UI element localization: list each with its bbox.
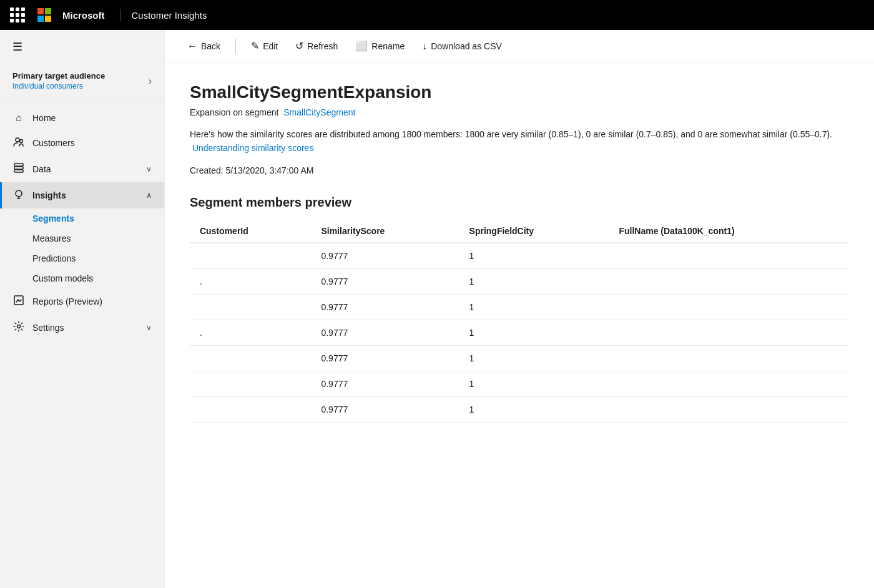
col-customer-id: CustomerId (190, 220, 311, 243)
measures-label: Measures (32, 233, 71, 243)
members-table: CustomerId SimilarityScore SpringFieldCi… (190, 220, 849, 423)
svg-rect-4 (14, 170, 23, 172)
table-row: 0.97771 (190, 294, 849, 320)
app-name: Customer Insights (132, 10, 207, 21)
cell-fullname (609, 294, 849, 320)
cell-city: 1 (459, 345, 609, 371)
sidebar-item-home[interactable]: ⌂ Home (0, 106, 164, 130)
table-row: 0.97771 (190, 345, 849, 371)
toolbar-divider-1 (235, 39, 236, 54)
cell-similarity: 0.9777 (311, 243, 459, 269)
sidebar-item-customers[interactable]: Customers (0, 130, 164, 156)
table-row: 0.97771 (190, 396, 849, 422)
cell-city: 1 (459, 320, 609, 345)
cell-fullname (609, 371, 849, 396)
svg-point-7 (17, 325, 21, 328)
table-row: .0.97771 (190, 268, 849, 294)
cell-similarity: 0.9777 (311, 396, 459, 422)
col-similarity-score: SimilarityScore (311, 220, 459, 243)
settings-icon (12, 321, 25, 335)
rename-icon: ⬜ (355, 40, 368, 52)
audience-chevron-icon: › (149, 76, 152, 87)
reports-icon (12, 295, 25, 308)
cell-fullname (609, 268, 849, 294)
rename-label: Rename (371, 41, 405, 51)
cell-fullname (609, 320, 849, 345)
table-section-title: Segment members preview (190, 195, 849, 210)
topbar-divider (120, 9, 120, 21)
sidebar-item-reports[interactable]: Reports (Preview) (0, 288, 164, 315)
col-fullname: FullName (Data100K_cont1) (609, 220, 849, 243)
sidebar-data-label: Data (32, 164, 139, 174)
main-content: SmallCitySegmentExpansion Expansion on s… (165, 62, 874, 588)
customers-icon (12, 136, 25, 150)
cell-fullname (609, 243, 849, 269)
microsoft-brand: Microsoft (62, 10, 105, 21)
cell-fullname (609, 396, 849, 422)
created-date: Created: 5/13/2020, 3:47:00 AM (190, 165, 849, 175)
cell-city: 1 (459, 294, 609, 320)
download-button[interactable]: ↓ Download as CSV (415, 37, 509, 56)
audience-selector[interactable]: Primary target audience Individual consu… (0, 64, 164, 101)
expansion-subtitle-prefix: Expansion on segment (190, 107, 278, 117)
cell-customer_id (190, 371, 311, 396)
back-icon: ← (187, 41, 197, 52)
audience-label: Primary target audience (12, 71, 105, 81)
hamburger-icon: ☰ (12, 41, 22, 53)
topbar: Microsoft Customer Insights (0, 0, 874, 30)
cell-similarity: 0.9777 (311, 294, 459, 320)
svg-point-1 (20, 140, 23, 143)
cell-city: 1 (459, 371, 609, 396)
refresh-button[interactable]: ↺ Refresh (288, 36, 345, 56)
refresh-icon: ↺ (295, 40, 303, 52)
back-button[interactable]: ← Back (180, 37, 228, 56)
sidebar-item-data[interactable]: Data ∨ (0, 156, 164, 182)
svg-point-5 (16, 190, 22, 197)
cell-customer_id (190, 294, 311, 320)
data-chevron-icon: ∨ (146, 165, 152, 174)
expansion-segment-link[interactable]: SmallCitySegment (283, 107, 355, 117)
segments-label: Segments (32, 213, 74, 223)
audience-sub: Individual consumers (12, 82, 105, 91)
cell-similarity: 0.9777 (311, 320, 459, 345)
insights-chevron-icon: ∧ (146, 191, 152, 200)
sidebar-insights-label: Insights (32, 190, 139, 200)
cell-city: 1 (459, 396, 609, 422)
cell-customer_id (190, 345, 311, 371)
sidebar-item-segments[interactable]: Segments (0, 208, 164, 228)
home-icon: ⌂ (12, 112, 25, 124)
sidebar-nav: ⌂ Home Customers (0, 101, 164, 588)
page-title: SmallCitySegmentExpansion (190, 82, 849, 102)
rename-button[interactable]: ⬜ Rename (348, 36, 412, 56)
settings-chevron-icon: ∨ (146, 323, 152, 332)
sidebar-reports-label: Reports (Preview) (32, 296, 152, 306)
cell-fullname (609, 345, 849, 371)
content-area: ← Back ✎ Edit ↺ Refresh ⬜ Rename ↓ Downl… (165, 30, 874, 588)
sidebar-home-label: Home (32, 113, 152, 123)
sidebar-item-predictions[interactable]: Predictions (0, 248, 164, 268)
sidebar-item-insights[interactable]: Insights ∧ (0, 182, 164, 208)
download-icon: ↓ (422, 41, 427, 52)
cell-customer_id: . (190, 320, 311, 345)
edit-label: Edit (263, 41, 278, 51)
microsoft-logo (37, 8, 51, 22)
custom-models-label: Custom models (32, 273, 93, 283)
sidebar-customers-label: Customers (32, 138, 152, 148)
similarity-description: Here's how the similarity scores are dis… (190, 127, 849, 155)
back-label: Back (201, 41, 220, 51)
col-springfield-city: SpringFieldCity (459, 220, 609, 243)
sidebar-item-settings[interactable]: Settings ∨ (0, 315, 164, 341)
edit-button[interactable]: ✎ Edit (243, 36, 285, 56)
hamburger-button[interactable]: ☰ (0, 30, 164, 64)
sidebar-item-custom-models[interactable]: Custom models (0, 268, 164, 288)
table-row: .0.97771 (190, 320, 849, 345)
data-icon (12, 162, 25, 176)
cell-customer_id: . (190, 268, 311, 294)
edit-icon: ✎ (251, 40, 259, 52)
similarity-link[interactable]: Understanding similarity scores (192, 143, 314, 153)
refresh-label: Refresh (307, 41, 338, 51)
similarity-desc-text: Here's how the similarity scores are dis… (190, 129, 832, 139)
app-launcher-icon[interactable] (10, 7, 25, 22)
sidebar-item-measures[interactable]: Measures (0, 228, 164, 248)
toolbar: ← Back ✎ Edit ↺ Refresh ⬜ Rename ↓ Downl… (165, 30, 874, 62)
